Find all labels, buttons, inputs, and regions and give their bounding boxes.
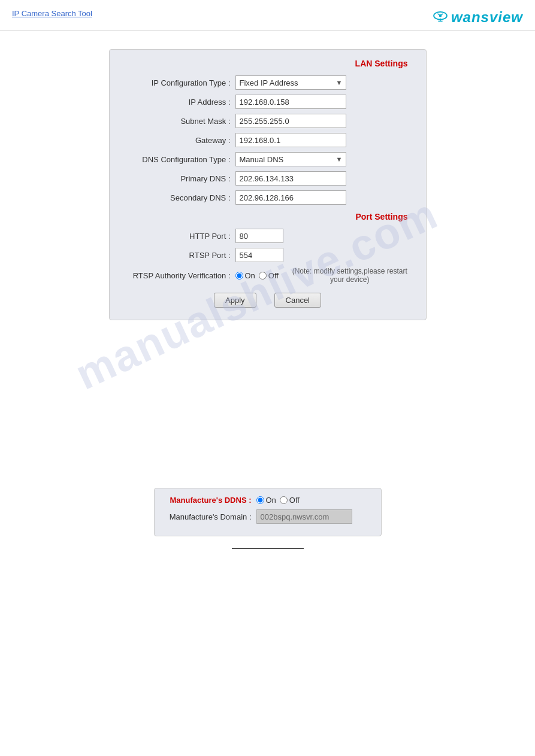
dns-config-label: DNS Configuration Type :	[122, 155, 235, 164]
rtsp-on-radio-label[interactable]: On	[235, 271, 255, 280]
primary-dns-input[interactable]	[235, 171, 346, 186]
port-section-title: Port Settings	[122, 212, 414, 221]
gateway-label: Gateway :	[122, 136, 235, 145]
ddns-panel-wrapper: Manufacture's DDNS : On Off Manufacture'…	[24, 488, 511, 549]
subnet-mask-input[interactable]	[235, 114, 346, 128]
secondary-dns-row: Secondary DNS :	[122, 190, 414, 205]
http-port-label: HTTP Port :	[122, 232, 235, 241]
lan-section-title: LAN Settings	[122, 59, 414, 68]
primary-dns-label: Primary DNS :	[122, 174, 235, 183]
rtsp-off-radio[interactable]	[259, 272, 267, 280]
ddns-label: Manufacture's DDNS :	[167, 496, 256, 505]
rtsp-auth-row: RTSP Authority Verification : On Off (No…	[122, 267, 414, 284]
ddns-off-radio-label[interactable]: Off	[280, 496, 300, 505]
rtsp-port-label: RTSP Port :	[122, 251, 235, 260]
ddns-toggle-row: Manufacture's DDNS : On Off	[167, 496, 369, 505]
rtsp-on-text: On	[245, 271, 255, 280]
header-link[interactable]: IP Camera Search Tool	[12, 9, 92, 18]
ddns-off-radio[interactable]	[280, 496, 288, 504]
rtsp-on-radio[interactable]	[235, 272, 243, 280]
cancel-button[interactable]: Cancel	[274, 293, 321, 308]
http-port-input[interactable]	[235, 229, 283, 243]
ip-address-input[interactable]	[235, 95, 346, 109]
rtsp-auth-radio-group: On Off (Note: modify settings,please res…	[235, 267, 414, 284]
ip-config-row: IP Configuration Type : Fixed IP Address…	[122, 75, 414, 90]
ddns-radio-group: On Off	[256, 496, 300, 505]
http-port-row: HTTP Port :	[122, 229, 414, 243]
subnet-mask-label: Subnet Mask :	[122, 117, 235, 126]
ddns-on-text: On	[266, 496, 276, 505]
gateway-input[interactable]	[235, 133, 346, 147]
ddns-domain-label: Manufacture's Domain :	[167, 512, 256, 521]
rtsp-off-text: Off	[268, 271, 279, 280]
main-content: LAN Settings IP Configuration Type : Fix…	[0, 31, 535, 567]
ip-address-row: IP Address :	[122, 95, 414, 109]
dns-config-select[interactable]: Manual DNS Auto DNS	[235, 152, 346, 166]
ip-config-label: IP Configuration Type :	[122, 78, 235, 87]
gateway-row: Gateway :	[122, 133, 414, 147]
lan-settings-panel: LAN Settings IP Configuration Type : Fix…	[109, 49, 427, 320]
bottom-underline	[24, 548, 511, 549]
ip-config-select-wrapper: Fixed IP Address DHCP ▼	[235, 75, 346, 90]
ddns-off-text: Off	[289, 496, 300, 505]
dns-config-select-wrapper: Manual DNS Auto DNS ▼	[235, 152, 346, 166]
header: IP Camera Search Tool wansview	[0, 0, 535, 31]
secondary-dns-input[interactable]	[235, 190, 346, 205]
ddns-settings-panel: Manufacture's DDNS : On Off Manufacture'…	[154, 488, 382, 536]
primary-dns-row: Primary DNS :	[122, 171, 414, 186]
subnet-mask-row: Subnet Mask :	[122, 114, 414, 128]
bottom-divider	[232, 548, 304, 549]
apply-button[interactable]: Apply	[214, 293, 256, 308]
lan-panel-wrapper: LAN Settings IP Configuration Type : Fix…	[24, 49, 511, 320]
ddns-on-radio[interactable]	[256, 496, 264, 504]
ip-address-label: IP Address :	[122, 98, 235, 107]
ddns-domain-row: Manufacture's Domain :	[167, 509, 369, 524]
logo-area: wansview	[432, 9, 523, 26]
logo-text: wansview	[451, 9, 523, 26]
rtsp-off-radio-label[interactable]: Off	[259, 271, 279, 280]
rtsp-note-text: (Note: modify settings,please restart yo…	[286, 267, 414, 284]
ip-config-select[interactable]: Fixed IP Address DHCP	[235, 75, 346, 90]
secondary-dns-label: Secondary DNS :	[122, 193, 235, 202]
rtsp-port-row: RTSP Port :	[122, 248, 414, 262]
logo-icon	[432, 11, 449, 23]
svg-point-1	[439, 14, 442, 17]
ddns-on-radio-label[interactable]: On	[256, 496, 276, 505]
button-row: Apply Cancel	[122, 293, 414, 308]
rtsp-port-input[interactable]	[235, 248, 283, 262]
ddns-domain-input	[256, 509, 352, 524]
dns-config-row: DNS Configuration Type : Manual DNS Auto…	[122, 152, 414, 166]
rtsp-auth-label: RTSP Authority Verification :	[122, 271, 235, 280]
